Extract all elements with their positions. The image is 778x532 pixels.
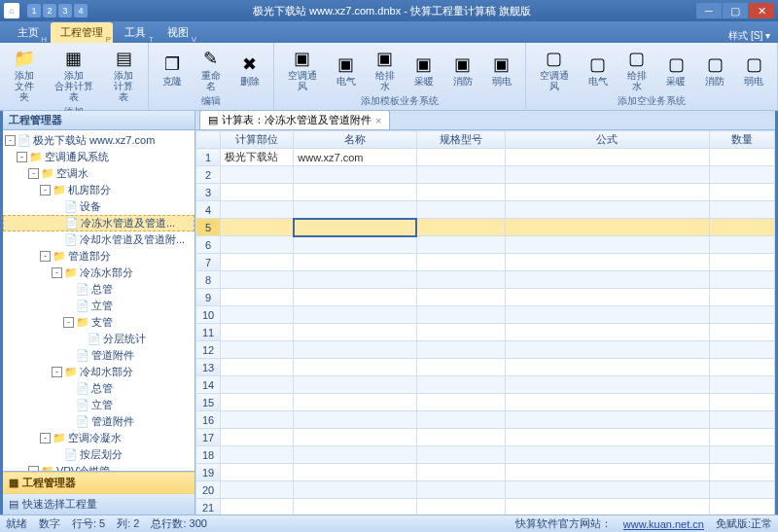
grid-cell[interactable] [294,429,417,446]
tree-node-12[interactable]: 📄分层统计 [3,331,194,347]
tree-node-17[interactable]: 📄管道附件 [3,413,194,430]
grid-cell[interactable] [506,254,710,271]
grid-cell[interactable] [506,429,710,446]
grid-cell[interactable] [506,166,710,184]
grid-cell[interactable] [709,411,774,429]
ribbon-tab-2[interactable]: 工具T [115,22,156,43]
grid-cell[interactable] [221,411,294,429]
grid-row[interactable]: 5 [196,219,775,236]
grid-cell[interactable] [506,499,710,515]
ribbon-btn-1-1[interactable]: ✎重命名 [194,45,229,93]
grid-cell[interactable] [221,429,294,446]
grid-cell[interactable] [294,499,417,515]
ribbon-btn-0-0[interactable]: 📁添加文件夹 [6,45,42,104]
grid-row-header[interactable]: 20 [196,481,221,499]
grid-col-header-4[interactable]: 数量 [709,131,774,149]
grid-cell[interactable] [416,236,505,254]
ribbon-btn-2-2[interactable]: ▣给排水 [368,45,403,93]
grid-cell[interactable] [416,166,505,184]
tree-node-7[interactable]: -📁管道部分 [3,248,194,265]
grid-cell[interactable] [709,184,774,201]
grid-cell[interactable] [416,271,505,289]
grid-row-header[interactable]: 16 [196,411,221,429]
grid-row[interactable]: 8 [196,271,775,289]
grid-row-header[interactable]: 21 [196,499,221,515]
grid-cell[interactable] [506,236,710,254]
grid-cell[interactable] [416,429,505,446]
quick-btn-1[interactable]: 1 [27,4,41,18]
grid-cell[interactable] [709,289,774,306]
grid-cell[interactable] [416,149,505,166]
tree-node-16[interactable]: 📄立管 [3,397,194,413]
grid-cell[interactable]: 极光下载站 [221,149,294,166]
sidebar-footer-btn-1[interactable]: ▤快速选择工程量 [3,493,194,514]
grid-cell[interactable] [416,289,505,306]
grid-cell[interactable] [416,201,505,219]
quick-btn-3[interactable]: 3 [58,4,72,18]
grid-cell[interactable] [416,341,505,359]
grid-row-header[interactable]: 17 [196,429,221,446]
grid-cell[interactable] [294,166,417,184]
grid-cell[interactable] [416,376,505,394]
grid-cell[interactable] [709,464,774,481]
grid-row[interactable]: 11 [196,324,775,341]
grid-cell[interactable] [294,219,417,236]
tree-expander-icon[interactable]: - [40,185,51,195]
grid-cell[interactable] [221,306,294,324]
grid-cell[interactable] [221,236,294,254]
sidebar-footer-btn-0[interactable]: ▦工程管理器 [3,472,194,493]
grid-cell[interactable] [294,236,417,254]
grid-cell[interactable] [294,306,417,324]
grid-cell[interactable] [709,499,774,515]
grid-cell[interactable] [506,271,710,289]
tree-node-9[interactable]: 📄总管 [3,281,194,298]
grid-row-header[interactable]: 12 [196,341,221,359]
ribbon-btn-3-4[interactable]: ▢消防 [697,51,732,89]
grid-cell[interactable] [221,394,294,411]
grid-cell[interactable] [221,219,294,236]
close-button[interactable]: ✕ [749,3,774,18]
grid-cell[interactable] [506,341,710,359]
grid-row[interactable]: 15 [196,394,775,411]
grid-cell[interactable] [506,376,710,394]
ribbon-btn-1-2[interactable]: ✖删除 [232,51,267,89]
grid-row[interactable]: 12 [196,341,775,359]
grid-row-header[interactable]: 1 [196,149,221,166]
grid-cell[interactable] [294,201,417,219]
grid-cell[interactable] [709,481,774,499]
grid-row-header[interactable]: 9 [196,289,221,306]
grid-cell[interactable] [506,324,710,341]
grid-cell[interactable] [294,411,417,429]
grid-cell[interactable]: www.xz7.com [294,149,417,166]
grid-cell[interactable] [506,411,710,429]
grid-row[interactable]: 7 [196,254,775,271]
grid-cell[interactable] [416,481,505,499]
grid-row[interactable]: 19 [196,464,775,481]
grid-cell[interactable] [221,446,294,464]
grid-cell[interactable] [506,359,710,376]
tree-node-6[interactable]: 📄冷却水管道及管道附... [3,231,194,248]
tree-node-11[interactable]: -📁支管 [3,314,194,331]
tree-node-8[interactable]: -📁冷冻水部分 [3,265,194,281]
grid-cell[interactable] [221,464,294,481]
close-tab-icon[interactable]: × [375,115,381,126]
grid-row[interactable]: 17 [196,429,775,446]
grid-row[interactable]: 2 [196,166,775,184]
status-link[interactable]: www.kuan.net.cn [623,518,704,530]
tree-node-0[interactable]: -📄极光下载站 www.xz7.com [3,132,194,149]
grid-row-header[interactable]: 15 [196,394,221,411]
tree-node-4[interactable]: 📄设备 [3,198,194,215]
grid-row[interactable]: 20 [196,481,775,499]
grid-row[interactable]: 6 [196,236,775,254]
maximize-button[interactable]: ▢ [723,3,748,18]
grid-cell[interactable] [506,394,710,411]
tree-expander-icon[interactable]: - [40,251,51,262]
tree-expander-icon[interactable]: - [40,433,51,443]
ribbon-btn-2-4[interactable]: ▣消防 [445,51,480,89]
grid-cell[interactable] [221,289,294,306]
grid-cell[interactable] [221,376,294,394]
ribbon-btn-3-3[interactable]: ▢采暖 [658,51,693,89]
grid-cell[interactable] [709,236,774,254]
grid-row[interactable]: 21 [196,499,775,515]
tree-node-2[interactable]: -📁空调水 [3,165,194,182]
